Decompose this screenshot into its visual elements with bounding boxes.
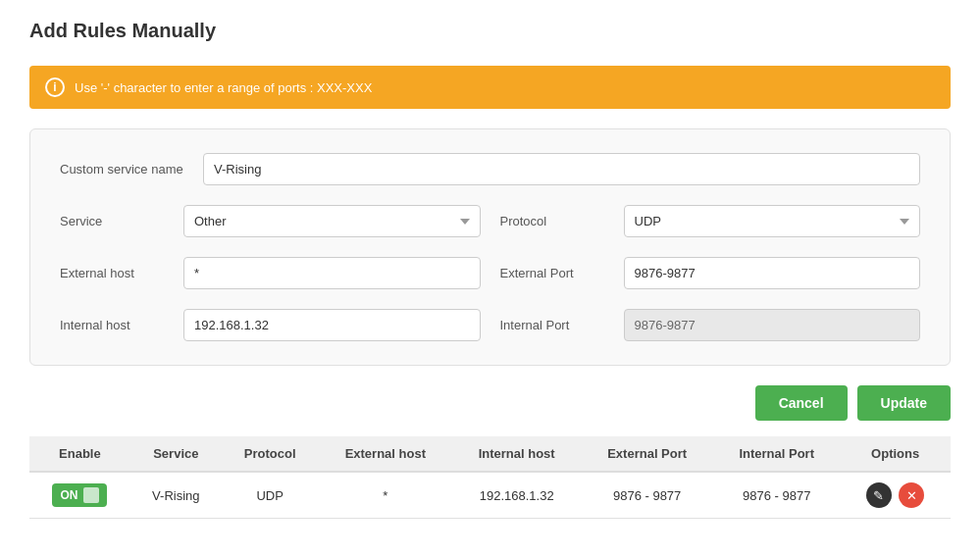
- info-icon: i: [45, 77, 65, 97]
- page-title: Add Rules Manually: [29, 20, 951, 42]
- edit-button[interactable]: ✎: [866, 482, 892, 508]
- cell-internal-port: 9876 - 9877: [713, 472, 840, 519]
- col-internal-host: Internal host: [452, 436, 581, 472]
- external-host-input[interactable]: [183, 257, 481, 289]
- protocol-group: Protocol UDP TCP Both: [500, 205, 921, 237]
- internal-port-group: Internal Port: [500, 309, 921, 341]
- external-port-input[interactable]: [624, 257, 921, 289]
- cell-service: V-Rising: [130, 472, 222, 519]
- service-select[interactable]: Other HTTP HTTPS FTP SSH Custom: [183, 205, 481, 237]
- external-port-label: External Port: [500, 266, 608, 280]
- service-group: Service Other HTTP HTTPS FTP SSH Custom: [60, 205, 481, 237]
- external-host-group: External host: [60, 257, 481, 289]
- col-service: Service: [130, 436, 222, 472]
- external-host-label: External host: [60, 266, 168, 280]
- table-header-row: Enable Service Protocol External host In…: [29, 436, 951, 472]
- table-row: ON V-Rising UDP * 192.168.1.32 9876 - 98…: [29, 472, 951, 519]
- internal-host-group: Internal host: [60, 309, 481, 341]
- service-protocol-row: Service Other HTTP HTTPS FTP SSH Custom …: [60, 205, 920, 237]
- internal-host-input[interactable]: [183, 309, 481, 341]
- cell-external-host: *: [318, 472, 452, 519]
- toggle-on[interactable]: ON: [52, 483, 107, 507]
- service-name-input[interactable]: [203, 153, 920, 185]
- external-row: External host External Port: [60, 257, 920, 289]
- toggle-label: ON: [60, 488, 77, 502]
- cancel-button[interactable]: Cancel: [755, 385, 848, 421]
- service-label: Service: [60, 214, 168, 228]
- button-row: Cancel Update: [29, 385, 951, 421]
- col-external-port: External Port: [581, 436, 713, 472]
- info-banner: i Use '-' character to enter a range of …: [29, 66, 951, 109]
- cell-internal-host: 192.168.1.32: [452, 472, 581, 519]
- update-button[interactable]: Update: [857, 385, 951, 421]
- cell-options: ✎ ✕: [840, 472, 951, 519]
- cell-protocol: UDP: [222, 472, 319, 519]
- rules-table: Enable Service Protocol External host In…: [29, 436, 951, 519]
- col-enable: Enable: [29, 436, 130, 472]
- protocol-label: Protocol: [500, 214, 608, 228]
- toggle-square-icon: [83, 487, 99, 503]
- internal-port-label: Internal Port: [500, 318, 608, 332]
- internal-host-label: Internal host: [60, 318, 168, 332]
- internal-row: Internal host Internal Port: [60, 309, 920, 341]
- col-protocol: Protocol: [222, 436, 319, 472]
- col-options: Options: [840, 436, 951, 472]
- cell-enable: ON: [29, 472, 130, 519]
- banner-text: Use '-' character to enter a range of po…: [75, 80, 372, 95]
- external-port-group: External Port: [500, 257, 921, 289]
- service-name-row: Custom service name: [60, 153, 920, 185]
- col-internal-port: Internal Port: [713, 436, 840, 472]
- form-card: Custom service name Service Other HTTP H…: [29, 128, 951, 366]
- protocol-select[interactable]: UDP TCP Both: [624, 205, 921, 237]
- internal-port-input[interactable]: [624, 309, 921, 341]
- delete-button[interactable]: ✕: [899, 482, 924, 508]
- service-name-label: Custom service name: [60, 162, 187, 177]
- cell-external-port: 9876 - 9877: [581, 472, 713, 519]
- col-external-host: External host: [318, 436, 452, 472]
